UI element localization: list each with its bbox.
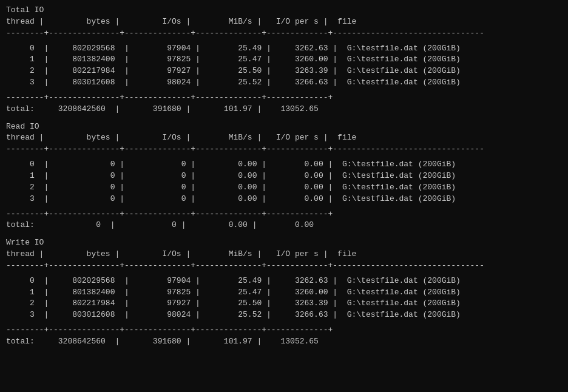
write-io-column-header: thread | bytes | I/Os | MiB/s | I/O per … <box>6 249 562 260</box>
total-io-total: total: 3208642560 | 391680 | 101.97 | 13… <box>6 104 562 115</box>
app-container: Total IOthread | bytes | I/Os | MiB/s | … <box>6 5 562 351</box>
read-io-title: Read IO <box>6 121 562 133</box>
total-io-row-2: 2 | 802217984 | 97927 | 25.50 | 3263.39 … <box>6 66 562 77</box>
read-io-row-2: 2 | 0 | 0 | 0.00 | 0.00 | G:\testfile.da… <box>6 182 562 194</box>
write-io-top-divider: --------+---------------+--------------+… <box>6 260 562 272</box>
total-io-top-divider: --------+---------------+--------------+… <box>6 28 562 39</box>
section-write-io: Write IOthread | bytes | I/Os | MiB/s | … <box>6 237 562 351</box>
read-io-bottom-divider: --------+---------------+--------------+… <box>6 209 562 220</box>
write-io-row-2: 2 | 802217984 | 97927 | 25.50 | 3263.39 … <box>6 298 562 309</box>
write-io-row-3: 3 | 803012608 | 98024 | 25.52 | 3266.63 … <box>6 309 562 321</box>
section-read-io: Read IOthread | bytes | I/Os | MiB/s | I… <box>6 121 562 235</box>
read-io-top-divider: --------+---------------+--------------+… <box>6 144 562 155</box>
read-io-total: total: 0 | 0 | 0.00 | 0.00 <box>6 220 562 231</box>
read-io-row-0: 0 | 0 | 0 | 0.00 | 0.00 | G:\testfile.da… <box>6 159 562 171</box>
read-io-row-3: 3 | 0 | 0 | 0.00 | 0.00 | G:\testfile.da… <box>6 194 562 205</box>
total-io-row-0: 0 | 802029568 | 97904 | 25.49 | 3262.63 … <box>6 43 562 55</box>
section-total-io: Total IOthread | bytes | I/Os | MiB/s | … <box>6 5 562 119</box>
read-io-column-header: thread | bytes | I/Os | MiB/s | I/O per … <box>6 132 562 144</box>
read-io-row-1: 1 | 0 | 0 | 0.00 | 0.00 | G:\testfile.da… <box>6 171 562 182</box>
write-io-title: Write IO <box>6 237 562 249</box>
write-io-total: total: 3208642560 | 391680 | 101.97 | 13… <box>6 336 562 348</box>
total-io-bottom-divider: --------+---------------+--------------+… <box>6 92 562 104</box>
write-io-bottom-divider: --------+---------------+--------------+… <box>6 325 562 336</box>
total-io-row-1: 1 | 801382400 | 97825 | 25.47 | 3260.00 … <box>6 54 562 66</box>
write-io-row-1: 1 | 801382400 | 97825 | 25.47 | 3260.00 … <box>6 287 562 299</box>
write-io-row-0: 0 | 802029568 | 97904 | 25.49 | 3262.63 … <box>6 275 562 287</box>
total-io-row-3: 3 | 803012608 | 98024 | 25.52 | 3266.63 … <box>6 77 562 89</box>
total-io-title: Total IO <box>6 5 562 16</box>
total-io-column-header: thread | bytes | I/Os | MiB/s | I/O per … <box>6 16 562 28</box>
